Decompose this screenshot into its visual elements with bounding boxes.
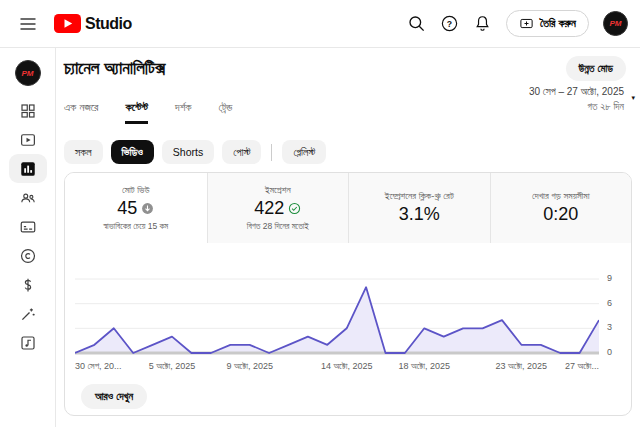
hamburger-menu-icon[interactable] xyxy=(18,14,38,34)
views-line-chart[interactable] xyxy=(75,275,599,359)
date-range-selector[interactable]: 30 সেপ – 27 অক্টো, 2025 গত ২৮ দিন xyxy=(529,86,624,113)
audio-library-icon xyxy=(19,334,37,352)
customization-icon xyxy=(19,305,37,323)
analytics-icon xyxy=(19,160,37,178)
tab-content[interactable]: কন্টেন্ট xyxy=(125,101,148,124)
filter-chip-videos[interactable]: ভিডিও xyxy=(111,140,154,164)
create-button-label: তৈরি করুন xyxy=(540,17,576,30)
x-axis-tick-label: 27 অক্টো... xyxy=(565,361,599,372)
copyright-icon xyxy=(19,247,37,265)
metric-value-row: 45 xyxy=(117,198,154,219)
analytics-tabs: এক নজরেকন্টেন্টদর্শকট্রেন্ড xyxy=(64,101,232,124)
metric-tab-impressions[interactable]: ইমপ্রেশন422বিগত 28 দিনের মতোই xyxy=(207,173,349,243)
analytics-card: মোট ভিউ45স্বাভাবিকের চেয়ে 15 কমইমপ্রেশন… xyxy=(64,172,632,416)
metric-label: মোট ভিউ xyxy=(122,184,150,196)
chip-divider xyxy=(271,144,272,161)
page-title: চ্যানেল অ্যানালিটিক্স xyxy=(64,59,165,79)
filter-chip-all[interactable]: সকল xyxy=(64,140,103,164)
date-range-caret-icon[interactable]: ▾ xyxy=(631,94,635,102)
filter-chip-posts[interactable]: পোস্ট xyxy=(222,140,261,164)
down-arrow-circle-icon xyxy=(141,202,154,215)
x-axis-tick-label: 9 অক্টো, 2025 xyxy=(226,361,273,372)
create-button[interactable]: তৈরি করুন xyxy=(506,10,589,37)
sidebar-item-content[interactable] xyxy=(9,125,47,154)
metric-value-row: 422 xyxy=(254,198,301,219)
help-icon[interactable]: ? xyxy=(440,14,459,33)
x-axis-tick-label: 5 অক্টো, 2025 xyxy=(149,361,196,372)
earn-icon xyxy=(19,276,37,294)
subtitles-icon xyxy=(19,218,37,236)
channel-avatar[interactable]: PM xyxy=(15,60,41,86)
community-icon xyxy=(19,189,37,207)
y-axis-tick-label: 6 xyxy=(607,298,627,308)
content-type-filter-chips: সকলভিডিওShortsপোস্টপ্লেলিস্ট xyxy=(64,140,326,164)
metric-note: স্বাভাবিকের চেয়ে 15 কম xyxy=(103,221,168,232)
check-circle-icon xyxy=(288,202,301,215)
filter-chip-shorts[interactable]: Shorts xyxy=(162,140,214,164)
svg-text:?: ? xyxy=(447,19,452,29)
metric-value: 0:20 xyxy=(543,204,578,225)
youtube-studio-logo[interactable]: Studio xyxy=(54,14,132,33)
content-icon xyxy=(19,131,37,149)
sidebar-item-dashboard[interactable] xyxy=(9,96,47,125)
account-avatar[interactable]: PM xyxy=(603,11,628,36)
metric-value: 45 xyxy=(117,198,137,219)
tab-overview[interactable]: এক নজরে xyxy=(64,101,98,124)
top-app-bar: Studio ? তৈরি করুন PM xyxy=(0,0,640,48)
metric-label: ইম্প্রেশনের ক্লিক-থ্রু রেট xyxy=(385,190,454,202)
metric-tab-impressions-ctr[interactable]: ইম্প্রেশনের ক্লিক-থ্রু রেট3.1% xyxy=(348,173,490,243)
x-axis-tick-label: 23 অক্টো, 2025 xyxy=(496,361,548,372)
y-axis-tick-label: 0 xyxy=(607,347,627,357)
sidebar-item-customization[interactable] xyxy=(9,299,47,328)
tab-trends[interactable]: ট্রেন্ড xyxy=(219,101,233,124)
date-period-text: গত ২৮ দিন xyxy=(529,101,624,113)
metric-tabs-row: মোট ভিউ45স্বাভাবিকের চেয়ে 15 কমইমপ্রেশন… xyxy=(65,173,631,243)
create-video-icon xyxy=(519,16,534,31)
metric-value-row: 0:20 xyxy=(543,204,578,225)
studio-sidebar: PM xyxy=(0,48,56,427)
metric-label: ইমপ্রেশন xyxy=(265,184,291,196)
sidebar-item-community[interactable] xyxy=(9,183,47,212)
sidebar-item-earn[interactable] xyxy=(9,270,47,299)
metric-tab-avg-view-duration[interactable]: দেখার গড় সময়সীমা0:20 xyxy=(490,173,632,243)
metric-note: বিগত 28 দিনের মতোই xyxy=(247,221,309,232)
brand-wordmark: Studio xyxy=(85,15,132,33)
sidebar-item-analytics[interactable] xyxy=(9,154,47,183)
y-axis-tick-label: 9 xyxy=(607,273,627,283)
x-axis-tick-label: 18 অক্টো, 2025 xyxy=(399,361,451,372)
youtube-play-icon xyxy=(54,14,81,33)
see-more-button[interactable]: আরও দেখুন xyxy=(81,384,147,409)
sidebar-item-subtitles[interactable] xyxy=(9,212,47,241)
date-range-text: 30 সেপ – 27 অক্টো, 2025 xyxy=(529,86,624,98)
filter-chip-playlists[interactable]: প্লেলিস্ট xyxy=(282,140,326,164)
x-axis-tick-label: 30 সেপ, 20... xyxy=(75,361,122,372)
dashboard-icon xyxy=(19,102,37,120)
sidebar-item-audio-library[interactable] xyxy=(9,328,47,357)
metric-tab-total-views[interactable]: মোট ভিউ45স্বাভাবিকের চেয়ে 15 কম xyxy=(65,173,207,243)
sidebar-item-copyright[interactable] xyxy=(9,241,47,270)
y-axis-tick-label: 3 xyxy=(607,322,627,332)
x-axis-tick-label: 14 অক্টো, 2025 xyxy=(321,361,373,372)
metric-label: দেখার গড় সময়সীমা xyxy=(532,190,590,202)
metric-value-row: 3.1% xyxy=(399,204,440,225)
advanced-mode-button[interactable]: উন্নত মোড xyxy=(566,56,626,81)
notifications-bell-icon[interactable] xyxy=(473,14,492,33)
search-icon[interactable] xyxy=(407,14,426,33)
metric-value: 422 xyxy=(254,198,284,219)
metric-value: 3.1% xyxy=(399,204,440,225)
tab-audience[interactable]: দর্শক xyxy=(175,101,191,124)
